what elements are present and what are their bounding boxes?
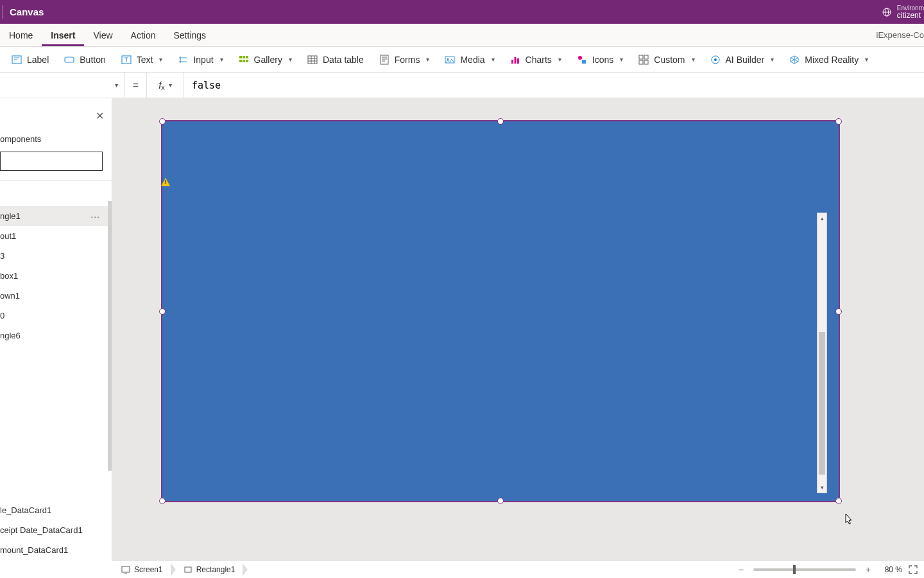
svg-point-25	[714, 58, 717, 61]
svg-rect-3	[65, 57, 74, 62]
svg-rect-12	[381, 55, 388, 64]
charts-icon	[510, 55, 520, 65]
svg-rect-27	[185, 567, 191, 572]
chevron-down-icon: ▾	[865, 56, 868, 63]
canvas-area[interactable]: ▴ ▾	[112, 98, 924, 560]
svg-point-18	[578, 56, 582, 60]
tree-item[interactable]: ngle6	[0, 326, 112, 346]
insert-forms-button[interactable]: Forms ▾	[373, 52, 436, 67]
tree-item[interactable]: le_DataCard1	[0, 500, 112, 520]
insert-icons-text: Icons	[592, 55, 613, 65]
tree-item[interactable]: ngle1 ···	[0, 206, 112, 226]
insert-aibuilder-button[interactable]: AI Builder ▾	[704, 52, 781, 67]
resize-handle-mr[interactable]	[835, 308, 842, 315]
resize-handle-br[interactable]	[835, 498, 842, 504]
form-scrollbar[interactable]: ▴ ▾	[817, 213, 827, 493]
close-panel-button[interactable]: ✕	[96, 110, 104, 122]
tree-item-label: ngle1	[0, 211, 21, 221]
forms-icon	[379, 55, 389, 65]
zoom-slider-knob[interactable]	[793, 565, 796, 574]
tree-item[interactable]: ceipt Date_DataCard1	[0, 520, 112, 540]
resize-handle-bl[interactable]	[159, 498, 166, 504]
scroll-thumb[interactable]	[819, 332, 825, 475]
breadcrumb-rectangle[interactable]: Rectangle1	[171, 561, 243, 578]
screen-icon	[121, 565, 130, 574]
insert-media-text: Media	[460, 55, 484, 65]
menu-view[interactable]: View	[84, 24, 121, 46]
insert-charts-text: Charts	[526, 55, 552, 65]
fullscreen-button[interactable]	[909, 565, 918, 574]
breadcrumb-screen[interactable]: Screen1	[112, 561, 171, 578]
scroll-track[interactable]	[817, 223, 826, 482]
insert-label-text: Label	[27, 55, 49, 65]
rectangle-control[interactable]: ▴ ▾	[161, 120, 840, 502]
insert-gallery-text: Gallery	[254, 55, 282, 65]
chevron-down-icon: ▾	[558, 56, 561, 63]
svg-rect-20	[639, 55, 643, 59]
tree-list-bottom: le_DataCard1 ceipt Date_DataCard1 mount_…	[0, 500, 112, 560]
chevron-down-icon: ▾	[220, 56, 223, 63]
svg-rect-19	[582, 60, 586, 64]
menu-home[interactable]: Home	[0, 24, 42, 46]
zoom-slider[interactable]	[753, 568, 856, 571]
titlebar-divider	[3, 5, 3, 19]
title-bar: Canvas Environm citizent	[0, 0, 924, 24]
svg-rect-21	[644, 55, 648, 59]
insert-datatable-button[interactable]: Data table	[301, 52, 370, 67]
zoom-in-button[interactable]: +	[862, 564, 874, 575]
insert-mixedreality-button[interactable]: Mixed Reality ▾	[783, 52, 875, 67]
svg-rect-9	[243, 60, 245, 62]
insert-input-button[interactable]: Input ▾	[171, 52, 229, 67]
insert-media-button[interactable]: Media ▾	[438, 52, 501, 67]
equals-label: =	[125, 73, 147, 98]
insert-custom-button[interactable]: Custom ▾	[632, 52, 701, 67]
chevron-down-icon: ▾	[169, 82, 172, 89]
environment-block[interactable]: Environm citizent	[897, 5, 924, 19]
menu-action[interactable]: Action	[122, 24, 165, 46]
zoom-out-button[interactable]: −	[735, 564, 747, 575]
scroll-down-icon[interactable]: ▾	[817, 482, 826, 493]
insert-text-button[interactable]: Text ▾	[115, 52, 169, 67]
menu-settings[interactable]: Settings	[165, 24, 216, 46]
more-icon[interactable]: ···	[90, 211, 100, 222]
tree-item[interactable]: 0	[0, 306, 112, 326]
tree-item[interactable]: out1	[0, 226, 112, 246]
fx-button[interactable]: fx ▾	[147, 73, 184, 98]
resize-handle-tm[interactable]	[497, 118, 504, 125]
tree-item-label: mount_DataCard1	[0, 545, 68, 555]
tree-item[interactable]: mount_DataCard1	[0, 540, 112, 560]
svg-point-14	[447, 58, 449, 60]
resize-handle-tr[interactable]	[835, 118, 842, 125]
insert-custom-text: Custom	[654, 55, 685, 65]
formula-input[interactable]	[184, 73, 924, 98]
datatable-icon	[307, 55, 318, 65]
tree-item[interactable]: own1	[0, 286, 112, 306]
property-selector[interactable]: ▾	[0, 73, 125, 98]
resize-handle-ml[interactable]	[159, 308, 166, 315]
tree-item[interactable]: 3	[0, 246, 112, 266]
resize-handle-tl[interactable]	[159, 118, 166, 125]
svg-rect-26	[122, 566, 130, 572]
insert-ribbon: Label Button Text ▾ Input ▾ Gallery ▾ Da…	[0, 47, 924, 73]
warning-icon[interactable]	[161, 178, 170, 186]
panel-scrollbar[interactable]	[108, 201, 112, 471]
resize-handle-bm[interactable]	[497, 498, 504, 504]
insert-label-button[interactable]: Label	[5, 52, 55, 67]
tree-item[interactable]: box1	[0, 266, 112, 286]
rectangle-icon	[184, 565, 193, 574]
insert-button-button[interactable]: Button	[58, 52, 112, 67]
insert-gallery-button[interactable]: Gallery ▾	[232, 52, 298, 67]
menu-insert[interactable]: Insert	[42, 24, 84, 46]
tree-search-input[interactable]	[0, 152, 103, 171]
label-icon	[12, 55, 22, 65]
icons-icon	[577, 55, 587, 65]
insert-charts-button[interactable]: Charts ▾	[504, 52, 568, 67]
svg-rect-23	[644, 60, 648, 64]
tree-view-panel: ✕ omponents ngle1 ··· out1 3 box1 own1 0…	[0, 98, 112, 560]
breadcrumb-screen-label: Screen1	[134, 565, 163, 574]
components-tab[interactable]: omponents	[0, 132, 112, 150]
insert-icons-button[interactable]: Icons ▾	[570, 52, 629, 67]
app-title: Canvas	[10, 6, 44, 17]
tree-item-label: 3	[0, 251, 4, 261]
scroll-up-icon[interactable]: ▴	[817, 213, 826, 223]
